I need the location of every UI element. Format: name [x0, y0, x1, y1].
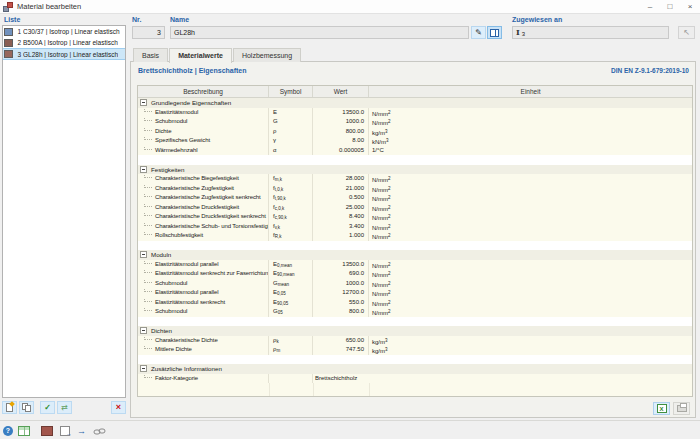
table-row[interactable]: Charakteristische Dichteρk650.00kg/m3: [138, 336, 692, 346]
table-row[interactable]: Charakteristische Biegefestigkeitfm,k28.…: [138, 174, 692, 184]
property-value[interactable]: 550.0: [313, 298, 369, 308]
property-value[interactable]: 8.400: [313, 212, 369, 222]
materialwerte-panel: Brettschichtholz | Eigenschaften DIN EN …: [130, 61, 696, 418]
assigned-to-field[interactable]: I3: [512, 26, 669, 39]
property-value[interactable]: 0.500: [313, 193, 369, 203]
tab-holzbemessung[interactable]: Holzbemessung: [233, 48, 301, 62]
table-row[interactable]: Charakteristische Druckfestigkeitfc,0,k2…: [138, 203, 692, 213]
material-list-item[interactable]: 2B500A | Isotrop | Linear elastisch: [3, 37, 125, 48]
jump-arrow-icon: →: [77, 426, 86, 436]
jump-button[interactable]: →: [77, 425, 86, 437]
table-row[interactable]: Charakteristische Zugfestigkeitft,0,k21.…: [138, 184, 692, 194]
property-value[interactable]: 800.0: [313, 307, 369, 317]
section-row[interactable]: Dichten: [138, 326, 692, 336]
collapse-icon[interactable]: [140, 166, 147, 173]
tree-connector: [144, 203, 152, 207]
column-header-symbol[interactable]: Symbol: [269, 86, 313, 97]
tab-basis[interactable]: Basis: [133, 48, 168, 62]
table-row[interactable]: Charakteristische Druckfestigkeit senkre…: [138, 212, 692, 222]
copy-material-button[interactable]: [19, 401, 34, 414]
section-row[interactable]: Festigkeiten: [138, 165, 692, 175]
column-header-einheit[interactable]: Einheit: [369, 86, 692, 97]
property-value[interactable]: 747.50: [313, 345, 369, 355]
print-button[interactable]: [673, 402, 690, 415]
property-value[interactable]: 650.00: [313, 336, 369, 346]
delete-material-button[interactable]: ×: [111, 401, 126, 414]
table-row[interactable]: Elastizitätsmodul parallelE0,0512700.0N/…: [138, 288, 692, 298]
property-description: Charakteristische Druckfestigkeit senkre…: [155, 212, 266, 222]
material-list[interactable]: 1C30/37 | Isotrop | Linear elastisch2B50…: [2, 25, 126, 398]
import-check-button[interactable]: ⇄: [57, 401, 72, 414]
select-objects-button[interactable]: ↖: [678, 26, 695, 39]
table-row[interactable]: Mittlere Dichteρm747.50kg/m3: [138, 345, 692, 355]
property-value[interactable]: 8.00: [313, 136, 369, 146]
table-row[interactable]: Charakteristische Schub- und Torsionsfes…: [138, 222, 692, 232]
section-row[interactable]: Zusätzliche Informationen: [138, 364, 692, 374]
table-row[interactable]: RollschubfestigkeitfR,k1.000N/mm2: [138, 231, 692, 241]
standard-label: DIN EN Z-9.1-679:2019-10: [611, 67, 689, 74]
property-value[interactable]: 3.400: [313, 222, 369, 232]
table-row[interactable]: Elastizitätsmodul senkrechtE90,05550.0N/…: [138, 298, 692, 308]
material-list-item[interactable]: 1C30/37 | Isotrop | Linear elastisch: [3, 26, 125, 37]
help-button[interactable]: ?: [3, 425, 13, 437]
table-row[interactable]: SchubmodulGmean1000.0N/mm2: [138, 279, 692, 289]
property-value[interactable]: 13500.0: [313, 108, 369, 118]
table-row[interactable]: Elastizitätsmodul senkrecht zur Faserric…: [138, 269, 692, 279]
property-value[interactable]: 1.000: [313, 231, 369, 241]
collapse-icon[interactable]: [140, 99, 147, 106]
property-symbol: fm,k: [269, 174, 313, 184]
rename-button[interactable]: ✎: [471, 26, 486, 39]
table-row[interactable]: Spezifisches Gewichtγ8.00kN/m3: [138, 136, 692, 146]
property-value[interactable]: 28.000: [313, 174, 369, 184]
minimize-button[interactable]: –: [640, 0, 660, 14]
property-unit: kg/m3: [369, 127, 692, 137]
material-list-item[interactable]: 3GL28h | Isotrop | Linear elastisch: [3, 48, 125, 60]
close-button[interactable]: ×: [680, 0, 700, 14]
property-value[interactable]: 13500.0: [313, 260, 369, 270]
table-row[interactable]: Wärmedehnzahlα0.0000051/°C: [138, 146, 692, 156]
window-title: Material bearbeiten: [17, 2, 81, 11]
property-value[interactable]: 25.000: [313, 203, 369, 213]
property-value[interactable]: 21.000: [313, 184, 369, 194]
property-symbol: fv,k: [269, 222, 313, 232]
table-row[interactable]: Dichteρ800.00kg/m3: [138, 127, 692, 137]
table-row[interactable]: SchubmodulG05800.0N/mm2: [138, 307, 692, 317]
property-value[interactable]: Brettschichtholz: [313, 374, 369, 384]
select-check-button[interactable]: ✓: [40, 401, 55, 414]
table-row[interactable]: SchubmodulG1000.0N/mm2: [138, 117, 692, 127]
collapse-icon[interactable]: [140, 327, 147, 334]
material-table-button[interactable]: [18, 425, 30, 437]
name-field[interactable]: GL28h: [170, 26, 469, 39]
property-value[interactable]: 800.00: [313, 127, 369, 137]
new-table-button[interactable]: [60, 425, 70, 437]
new-material-button[interactable]: [2, 401, 17, 414]
property-value[interactable]: 690.0: [313, 269, 369, 279]
table-row[interactable]: Charakteristische Zugfestigkeit senkrech…: [138, 193, 692, 203]
section-row[interactable]: Moduln: [138, 250, 692, 260]
link-button[interactable]: [93, 425, 106, 437]
maximize-button[interactable]: □: [660, 0, 680, 14]
tab-materialwerte[interactable]: Materialwerte: [169, 48, 232, 63]
collapse-icon[interactable]: [140, 365, 147, 372]
property-symbol: fc,90,k: [269, 212, 313, 222]
property-value[interactable]: 1000.0: [313, 117, 369, 127]
column-header-wert[interactable]: Wert: [313, 86, 369, 97]
column-header-beschreibung[interactable]: Beschreibung: [138, 86, 269, 97]
excel-export-button[interactable]: X: [653, 402, 670, 415]
nr-field[interactable]: 3: [132, 26, 165, 39]
library-book-icon: [490, 29, 499, 37]
property-value[interactable]: 0.000005: [313, 146, 369, 156]
color-swatch-button[interactable]: [41, 425, 53, 437]
property-value[interactable]: 1000.0: [313, 279, 369, 289]
table-row[interactable]: ElastizitätsmodulE13500.0N/mm2: [138, 108, 692, 118]
table-row[interactable]: Elastizitätsmodul parallelE0,mean13500.0…: [138, 260, 692, 270]
material-library-button[interactable]: [487, 26, 502, 39]
section-row[interactable]: Grundlegende Eigenschaften: [138, 98, 692, 108]
property-unit: N/mm2: [369, 203, 692, 213]
tree-connector: [144, 117, 152, 121]
property-value[interactable]: 12700.0: [313, 288, 369, 298]
property-symbol: E90,05: [269, 298, 313, 308]
property-description: Mittlere Dichte: [155, 345, 192, 355]
table-row[interactable]: Faktor-KategorieBrettschichtholz: [138, 374, 692, 384]
collapse-icon[interactable]: [140, 251, 147, 258]
